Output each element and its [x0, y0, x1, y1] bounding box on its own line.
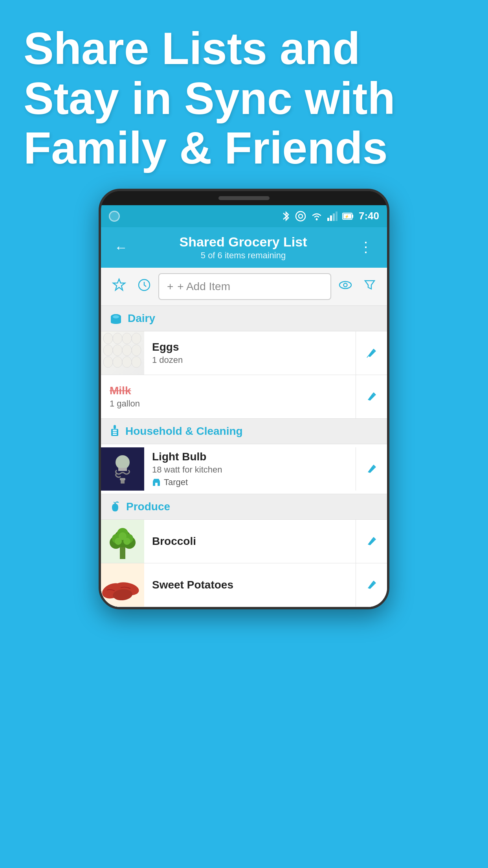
svg-point-28 — [132, 345, 141, 356]
svg-rect-8 — [352, 215, 353, 218]
category-dairy: Dairy — [101, 306, 387, 331]
category-household: Household & Cleaning — [101, 419, 387, 444]
svg-point-22 — [113, 333, 122, 344]
add-item-label: + Add Item — [177, 280, 230, 293]
target-icon — [295, 211, 306, 222]
list-item-sweetpotatoes: Sweet Potatoes — [101, 563, 387, 607]
signal-icon — [327, 211, 338, 221]
lightbulb-info: Light Bulb 18 watt for kitchen Target — [144, 444, 356, 494]
eggs-edit-button[interactable] — [356, 331, 387, 375]
phone-top-bar — [101, 191, 387, 205]
svg-point-13 — [339, 281, 351, 289]
more-menu-button[interactable]: ⋮ — [355, 237, 378, 257]
broccoli-image — [101, 520, 144, 563]
milk-edit-button[interactable] — [356, 375, 387, 418]
toolbar: + + Add Item — [101, 268, 387, 306]
svg-rect-3 — [327, 218, 329, 221]
svg-point-1 — [299, 214, 303, 218]
lightbulb-pencil-icon — [366, 463, 377, 474]
eggs-detail: 1 dozen — [152, 355, 348, 365]
eggs-image — [101, 331, 144, 375]
broccoli-edit-button[interactable] — [356, 520, 387, 563]
svg-point-31 — [122, 357, 132, 368]
svg-point-14 — [344, 283, 347, 287]
svg-point-2 — [316, 218, 317, 220]
filter-button[interactable] — [360, 276, 380, 297]
svg-point-23 — [122, 333, 132, 344]
svg-point-20 — [113, 315, 119, 318]
list-item-eggs: Eggs 1 dozen — [101, 331, 387, 375]
milk-name: Milk — [110, 384, 347, 397]
svg-point-29 — [103, 357, 113, 368]
produce-icon — [110, 500, 121, 513]
sweetpotato-name: Sweet Potatoes — [152, 579, 348, 591]
hero-title: Share Lists and Stay in Sync with Family… — [24, 24, 464, 173]
svg-rect-38 — [113, 434, 117, 435]
svg-text:⚡: ⚡ — [345, 214, 349, 219]
app-subtitle: 5 of 6 items remaining — [132, 250, 355, 261]
broccoli-pencil-icon — [366, 536, 377, 547]
category-household-label: Household & Cleaning — [125, 425, 243, 438]
svg-rect-36 — [113, 430, 117, 431]
household-icon — [110, 425, 120, 438]
list-item-broccoli: Broccoli — [101, 520, 387, 563]
phone-speaker — [218, 196, 270, 200]
view-button[interactable] — [334, 277, 356, 296]
svg-rect-37 — [113, 432, 117, 433]
category-dairy-label: Dairy — [128, 312, 155, 325]
lightbulb-edit-button[interactable] — [356, 447, 387, 491]
battery-icon: ⚡ — [342, 212, 354, 221]
status-left — [109, 211, 120, 222]
svg-rect-47 — [120, 546, 125, 559]
status-right: ⚡ 7:40 — [282, 210, 379, 222]
phone-screen: Dairy — [101, 306, 387, 607]
broccoli-info: Broccoli — [144, 529, 356, 554]
app-title: Shared Grocery List — [132, 234, 355, 250]
svg-point-26 — [113, 345, 122, 356]
phone-wrapper: ⚡ 7:40 ← Shared Grocery List 5 of 6 item… — [0, 189, 488, 641]
svg-point-56 — [123, 538, 130, 545]
svg-rect-34 — [114, 425, 116, 429]
svg-line-33 — [367, 356, 368, 358]
header-center: Shared Grocery List 5 of 6 items remaini… — [132, 234, 355, 261]
favorite-button[interactable] — [108, 276, 130, 298]
svg-point-0 — [296, 211, 305, 221]
dairy-icon — [110, 313, 122, 324]
list-item-milk: Milk 1 gallon — [101, 375, 387, 419]
sweetpotato-edit-button[interactable] — [356, 563, 387, 607]
sweetpotato-pencil-icon — [366, 579, 377, 590]
add-item-button[interactable]: + + Add Item — [158, 273, 331, 300]
svg-rect-41 — [118, 468, 127, 471]
svg-rect-43 — [121, 480, 125, 484]
back-button[interactable]: ← — [110, 238, 132, 257]
svg-marker-11 — [113, 279, 125, 290]
svg-point-25 — [103, 345, 113, 356]
svg-point-30 — [113, 357, 122, 368]
broccoli-name: Broccoli — [152, 535, 348, 548]
milk-detail: 1 gallon — [110, 399, 347, 409]
history-button[interactable] — [133, 276, 155, 298]
lightbulb-image — [101, 447, 144, 491]
list-item-lightbulb: Light Bulb 18 watt for kitchen Target — [101, 444, 387, 494]
status-spinner-icon — [109, 211, 120, 222]
svg-rect-45 — [155, 483, 158, 486]
svg-point-40 — [116, 455, 130, 469]
category-produce-label: Produce — [126, 500, 170, 513]
svg-point-21 — [103, 333, 113, 344]
lightbulb-detail: 18 watt for kitchen — [152, 465, 348, 475]
eggs-name: Eggs — [152, 341, 348, 353]
svg-rect-6 — [336, 211, 338, 221]
eggs-info: Eggs 1 dozen — [144, 335, 356, 371]
app-header: ← Shared Grocery List 5 of 6 items remai… — [101, 227, 387, 268]
svg-rect-4 — [330, 215, 332, 221]
status-bar: ⚡ 7:40 — [101, 205, 387, 227]
svg-point-27 — [122, 345, 132, 356]
category-produce: Produce — [101, 494, 387, 520]
milk-info: Milk 1 gallon — [101, 377, 356, 417]
milk-pencil-icon — [366, 391, 377, 402]
svg-point-55 — [115, 538, 122, 545]
hero-section: Share Lists and Stay in Sync with Family… — [0, 0, 488, 189]
bluetooth-icon — [282, 211, 290, 222]
lightbulb-name: Light Bulb — [152, 451, 348, 463]
wifi-icon — [311, 211, 323, 221]
